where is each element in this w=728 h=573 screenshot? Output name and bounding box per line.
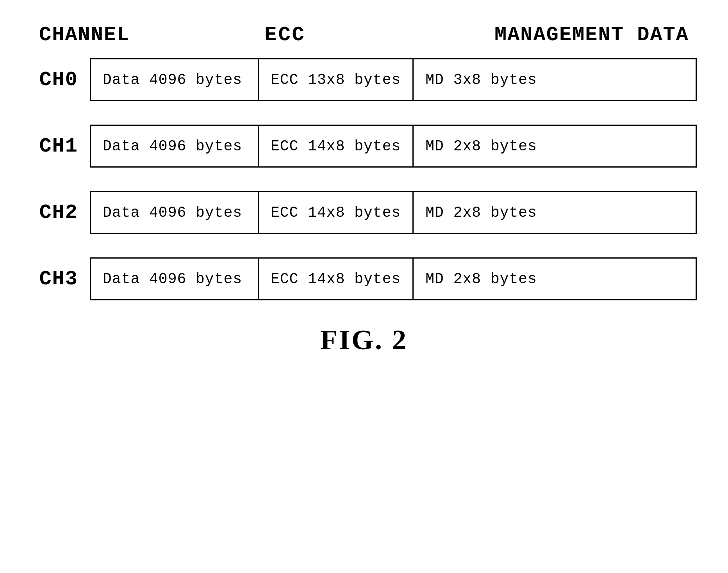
header-row: CHANNEL ECC MANAGEMENT DATA (31, 23, 697, 46)
md-cell-ch2: MD 2x8 bytes (414, 192, 696, 233)
md-cell-ch1: MD 2x8 bytes (414, 126, 696, 166)
md-cell-ch0: MD 3x8 bytes (414, 59, 696, 100)
ecc-cell-ch2: ECC 14x8 bytes (259, 192, 414, 233)
channel-label-ch1: CH1 (31, 135, 90, 158)
header-ecc-label: ECC (203, 23, 367, 46)
channel-box-ch2: Data 4096 bytes ECC 14x8 bytes MD 2x8 by… (90, 191, 697, 234)
channel-box-ch1: Data 4096 bytes ECC 14x8 bytes MD 2x8 by… (90, 125, 697, 168)
channel-row-ch0: CH0 Data 4096 bytes ECC 13x8 bytes MD 3x… (31, 58, 697, 101)
channel-box-ch0: Data 4096 bytes ECC 13x8 bytes MD 3x8 by… (90, 58, 697, 101)
channel-box-ch3: Data 4096 bytes ECC 14x8 bytes MD 2x8 by… (90, 257, 697, 300)
data-cell-ch0: Data 4096 bytes (91, 59, 259, 100)
channel-label-ch0: CH0 (31, 68, 90, 91)
channel-row-ch1: CH1 Data 4096 bytes ECC 14x8 bytes MD 2x… (31, 125, 697, 168)
header-management-label: MANAGEMENT DATA (367, 23, 697, 46)
data-cell-ch2: Data 4096 bytes (91, 192, 259, 233)
page-container: CHANNEL ECC MANAGEMENT DATA CH0 Data 409… (0, 0, 728, 573)
md-cell-ch3: MD 2x8 bytes (414, 259, 696, 299)
header-channel-label: CHANNEL (39, 23, 148, 46)
channel-label-ch2: CH2 (31, 201, 90, 224)
ecc-cell-ch0: ECC 13x8 bytes (259, 59, 414, 100)
channels-container: CH0 Data 4096 bytes ECC 13x8 bytes MD 3x… (31, 58, 697, 300)
channel-row-ch3: CH3 Data 4096 bytes ECC 14x8 bytes MD 2x… (31, 257, 697, 300)
data-cell-ch3: Data 4096 bytes (91, 259, 259, 299)
channel-row-ch2: CH2 Data 4096 bytes ECC 14x8 bytes MD 2x… (31, 191, 697, 234)
ecc-cell-ch1: ECC 14x8 bytes (259, 126, 414, 166)
data-cell-ch1: Data 4096 bytes (91, 126, 259, 166)
channel-label-ch3: CH3 (31, 268, 90, 291)
ecc-cell-ch3: ECC 14x8 bytes (259, 259, 414, 299)
figure-label: FIG. 2 (31, 324, 697, 356)
